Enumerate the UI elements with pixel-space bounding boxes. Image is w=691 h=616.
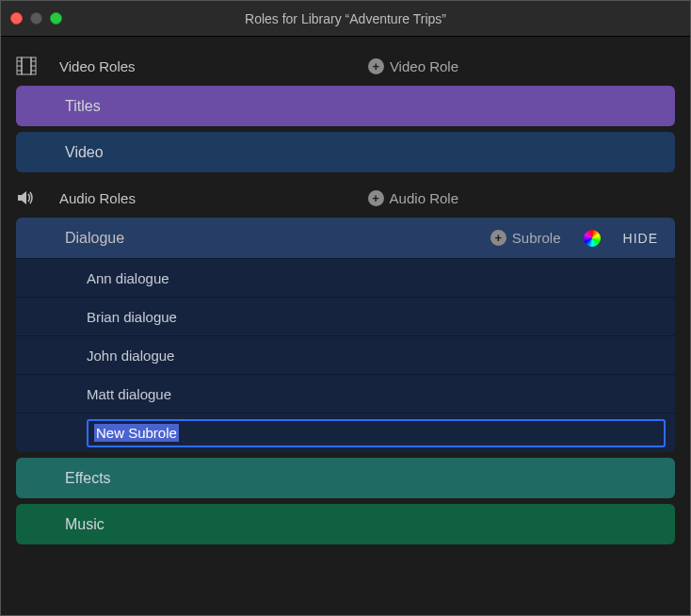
- add-audio-role-label: Audio Role: [390, 190, 458, 206]
- add-video-role-label: Video Role: [390, 58, 458, 74]
- add-video-role-button[interactable]: + Video Role: [368, 58, 458, 74]
- close-window-button[interactable]: [10, 12, 23, 24]
- subrole-row-editing: New Subrole: [16, 413, 675, 452]
- role-row-dialogue[interactable]: Dialogue + Subrole HIDE: [16, 218, 675, 258]
- role-row-label: Titles: [65, 98, 101, 115]
- add-subrole-label: Subrole: [512, 230, 561, 246]
- video-roles-header: Video Roles + Video Role: [16, 46, 675, 86]
- subrole-name-value: New Subrole: [94, 424, 179, 442]
- audio-roles-header: Audio Roles + Audio Role: [16, 178, 675, 218]
- traffic-lights: [10, 12, 62, 24]
- subrole-row[interactable]: Ann dialogue: [16, 258, 675, 297]
- video-roles-label: Video Roles: [42, 58, 368, 74]
- subrole-row[interactable]: John dialogue: [16, 335, 675, 374]
- add-audio-role-button[interactable]: + Audio Role: [368, 190, 458, 206]
- hide-button[interactable]: HIDE: [623, 231, 658, 246]
- role-row-label: Video: [65, 144, 104, 161]
- role-row-music[interactable]: Music: [16, 504, 675, 544]
- subrole-label: Ann dialogue: [87, 270, 169, 286]
- plus-icon: +: [368, 190, 384, 206]
- subrole-label: Matt dialogue: [87, 386, 171, 402]
- role-row-video[interactable]: Video: [16, 132, 675, 172]
- plus-icon: +: [490, 230, 506, 246]
- role-row-label: Dialogue: [65, 230, 490, 247]
- add-subrole-button[interactable]: + Subrole: [490, 230, 561, 246]
- subrole-name-input[interactable]: New Subrole: [87, 419, 666, 447]
- audio-roles-label: Audio Roles: [42, 190, 368, 206]
- speaker-icon: [16, 189, 42, 206]
- minimize-window-button[interactable]: [30, 12, 42, 24]
- role-row-effects[interactable]: Effects: [16, 458, 675, 498]
- subrole-label: John dialogue: [87, 348, 174, 364]
- window-title: Roles for Library “Adventure Trips”: [1, 11, 690, 26]
- subrole-row[interactable]: Brian dialogue: [16, 297, 675, 335]
- subrole-row[interactable]: Matt dialogue: [16, 374, 675, 413]
- plus-icon: +: [368, 58, 384, 74]
- role-row-label: Effects: [65, 470, 111, 487]
- role-row-titles[interactable]: Titles: [16, 86, 675, 126]
- film-icon: [16, 57, 42, 75]
- role-block-dialogue: Dialogue + Subrole HIDE Ann dialogue Bri…: [16, 218, 675, 452]
- window-titlebar: Roles for Library “Adventure Trips”: [1, 1, 690, 37]
- fullscreen-window-button[interactable]: [50, 12, 62, 24]
- svg-rect-2: [22, 57, 31, 74]
- role-row-label: Music: [65, 516, 104, 533]
- subrole-label: Brian dialogue: [87, 309, 177, 325]
- color-picker-icon[interactable]: [584, 230, 601, 247]
